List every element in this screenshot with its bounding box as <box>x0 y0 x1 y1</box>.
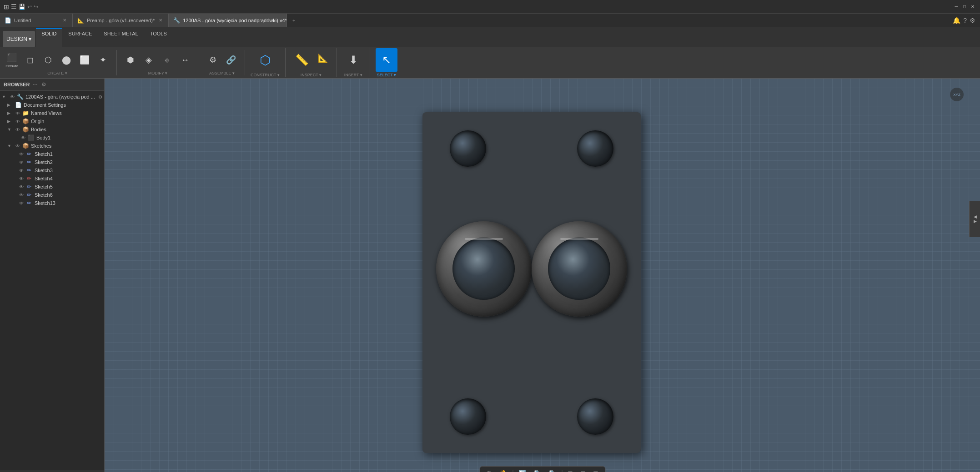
browser-settings-icon[interactable]: ⚙ <box>40 80 47 89</box>
viewport[interactable]: XYZ ◀▶ ⚙ 🖐 🔄 🔍 🔍 ⊞ ⊟ ⊡ <box>105 79 980 472</box>
assemble-joint-btn[interactable]: 🔗 <box>223 50 239 70</box>
app-grid-icon[interactable]: ⊞ <box>4 3 9 10</box>
select-group-label[interactable]: SELECT ▾ <box>377 73 396 77</box>
inspect-analysis-btn[interactable]: 📐 <box>315 48 331 68</box>
tab-preamp[interactable]: 📐 Preamp - góra (v1-recovered)* ✕ <box>73 14 169 27</box>
assemble-new-btn[interactable]: ⚙ <box>205 50 221 70</box>
create-more-btn[interactable]: ✦ <box>95 50 111 70</box>
construct-plane-btn[interactable]: ⬡ <box>254 48 276 72</box>
select-btn[interactable]: ↖ <box>376 48 397 72</box>
design-dropdown[interactable]: DESIGN ▾ <box>3 31 35 47</box>
tree-eye-root[interactable]: 👁 <box>10 94 15 99</box>
tab-close-preamp[interactable]: ✕ <box>157 17 164 23</box>
assemble-group-label[interactable]: ASSEMBLE ▾ <box>209 71 235 75</box>
tree-eye-sk2[interactable]: 👁 <box>19 160 24 165</box>
tree-icon-bodies: 📦 <box>22 126 29 133</box>
vp-hand-btn[interactable]: 🖐 <box>497 468 510 472</box>
save-icon[interactable]: 💾 <box>19 4 25 10</box>
minimize-button[interactable]: ─ <box>953 4 960 10</box>
insert-btn[interactable]: ⬇ <box>342 48 364 72</box>
tree-document-settings[interactable]: ▶ 📄 Document Settings <box>0 101 104 109</box>
sidebar: BROWSER ⋯ ⚙ ▼ 👁 🔧 1200AS - góra (wycięci… <box>0 79 105 472</box>
tree-eye-sk3[interactable]: 👁 <box>19 168 24 173</box>
hole-bottom-right <box>577 398 613 435</box>
create-sweep-btn[interactable]: ⬡ <box>40 50 56 70</box>
tree-sketches[interactable]: ▼ 👁 📦 Sketches <box>0 142 104 150</box>
tree-named-views[interactable]: ▶ 👁 📁 Named Views <box>0 109 104 117</box>
toolbar-tab-surface[interactable]: SURFACE <box>63 28 97 47</box>
tab-label-preamp: Preamp - góra (v1-recovered)* <box>87 18 155 23</box>
tree-icon-sk5: ✏ <box>25 184 33 190</box>
tab-label-untitled: Untitled <box>14 18 31 23</box>
tree-sketch2[interactable]: 👁 ✏ Sketch2 <box>0 158 104 166</box>
create-loft-btn[interactable]: ⬤ <box>58 50 75 70</box>
tab-untitled[interactable]: 📄 Untitled ✕ <box>0 14 73 27</box>
redo-icon[interactable]: ↪ <box>34 4 38 10</box>
toolbar-tab-sheetmetal[interactable]: SHEET METAL <box>98 28 143 47</box>
tab-close-untitled[interactable]: ✕ <box>61 17 68 23</box>
loft-icon: ⬤ <box>61 55 72 65</box>
tree-eye-bodies[interactable]: 👁 <box>15 127 20 132</box>
modify-move-btn[interactable]: ↔ <box>177 50 193 70</box>
create-extrude-btn[interactable]: ⬛ Extrude <box>4 50 20 70</box>
vp-fit-btn[interactable]: 🔍 <box>546 468 559 472</box>
tab-1200as[interactable]: 🔧 1200AS - góra (wycięcia pod nadprądówk… <box>169 14 287 27</box>
modify-group-label[interactable]: MODIFY ▾ <box>148 71 167 75</box>
maximize-button[interactable]: □ <box>961 4 968 10</box>
vp-grid-btn[interactable]: ⚙ <box>483 468 495 472</box>
modify-press-btn[interactable]: ⬢ <box>122 50 139 70</box>
comments-panel[interactable]: COMMENTS ⚙ <box>0 470 104 472</box>
new-tab-button[interactable]: + <box>287 14 301 27</box>
tree-eye-sk13[interactable]: 👁 <box>19 201 24 206</box>
vp-orbit-btn[interactable]: 🔄 <box>516 468 529 472</box>
settings-icon[interactable]: ⚙ <box>970 17 975 24</box>
insert-group-label[interactable]: INSERT ▾ <box>344 73 362 77</box>
tree-eye-sk6[interactable]: 👁 <box>19 193 24 198</box>
tree-eye-named[interactable]: 👁 <box>15 111 20 116</box>
press-icon: ⬢ <box>125 55 136 65</box>
create-revolve-btn[interactable]: ◻ <box>22 50 38 70</box>
tree-body1[interactable]: ▶ 👁 ⬛ Body1 <box>0 134 104 142</box>
tree-sketch5[interactable]: 👁 ✏ Sketch5 <box>0 183 104 191</box>
tree-sketch1[interactable]: 👁 ✏ Sketch1 <box>0 150 104 158</box>
toolbar-group-insert: ⬇ INSERT ▾ <box>342 48 370 77</box>
tree-label-sk4: Sketch4 <box>35 176 53 181</box>
create-group-label[interactable]: CREATE ▾ <box>47 71 67 75</box>
tree-eye-sk4[interactable]: 👁 <box>19 176 24 181</box>
inspect-group-label[interactable]: INSPECT ▾ <box>301 73 322 77</box>
app-menu-icon[interactable]: ☰ <box>11 3 17 10</box>
tree-bodies[interactable]: ▼ 👁 📦 Bodies <box>0 125 104 134</box>
tree-eye-body1[interactable]: 👁 <box>21 135 25 140</box>
tree-origin[interactable]: ▶ 👁 📦 Origin <box>0 117 104 125</box>
tree-eye-origin[interactable]: 👁 <box>15 119 20 124</box>
tree-arrow-origin: ▶ <box>7 119 13 124</box>
measure-icon: 📏 <box>297 55 307 65</box>
tree-sketch4[interactable]: 👁 ✏ Sketch4 <box>0 174 104 183</box>
inspect-measure-btn[interactable]: 📏 <box>291 48 313 72</box>
tree-settings-root[interactable]: ⚙ <box>98 94 102 99</box>
tab-label-1200as: 1200AS - góra (wycięcia pod nadprądówki)… <box>183 18 287 23</box>
tree-eye-sk5[interactable]: 👁 <box>19 184 24 189</box>
tree-sketch13[interactable]: 👁 ✏ Sketch13 <box>0 199 104 207</box>
vp-grid-toggle-btn[interactable]: ⊡ <box>590 468 601 472</box>
tree-root[interactable]: ▼ 👁 🔧 1200AS - góra (wycięcia pod ... ⚙ <box>0 93 104 101</box>
vp-visual-btn[interactable]: ⊟ <box>578 468 588 472</box>
tree-sketch3[interactable]: 👁 ✏ Sketch3 <box>0 166 104 174</box>
tree-sketch6[interactable]: 👁 ✏ Sketch6 <box>0 191 104 199</box>
help-icon[interactable]: ? <box>963 17 967 24</box>
tree-eye-sketches[interactable]: 👁 <box>15 144 20 149</box>
toolbar-tab-solid[interactable]: SOLID <box>36 28 62 47</box>
notification-icon[interactable]: 🔔 <box>953 17 960 24</box>
modify-fillet-btn[interactable]: ◈ <box>141 50 157 70</box>
tab-icon-preamp: 📐 <box>77 17 84 24</box>
vp-display-btn[interactable]: ⊞ <box>565 468 576 472</box>
toolbar-tab-tools[interactable]: TOOLS <box>145 28 172 47</box>
undo-icon[interactable]: ↩ <box>27 4 32 10</box>
modify-shell-btn[interactable]: ⟐ <box>159 50 175 70</box>
create-rib-btn[interactable]: ⬜ <box>76 50 93 70</box>
browser-expand-icon[interactable]: ⋯ <box>31 80 39 89</box>
construct-group-label[interactable]: CONSTRUCT ▾ <box>251 73 280 77</box>
close-button[interactable]: ✕ <box>969 4 976 10</box>
vp-zoom-btn[interactable]: 🔍 <box>531 468 544 472</box>
tree-eye-sk1[interactable]: 👁 <box>19 152 24 157</box>
